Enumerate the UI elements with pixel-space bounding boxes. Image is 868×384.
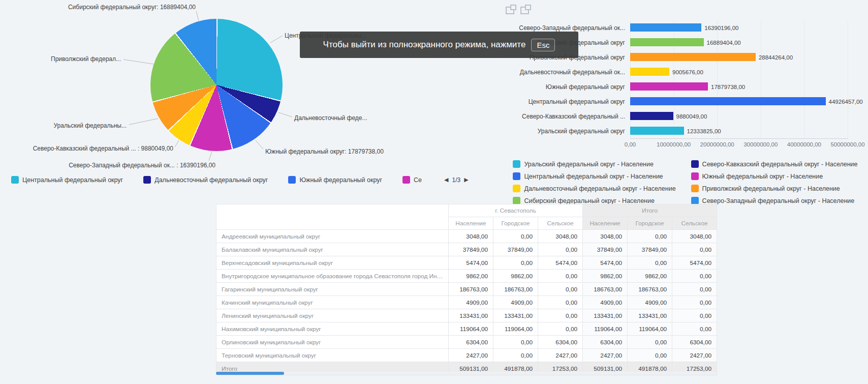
value-cell: 37849,00 [583,243,628,256]
value-cell: 0,00 [628,349,672,362]
legend-item: Дальневосточный федеральный округ - Насе… [513,185,675,192]
value-cell: 2427,00 [449,349,493,362]
bar-value-label: 9005676,00 [672,69,703,75]
bar[interactable] [630,97,826,105]
x-tick-label: 0,00 [625,141,636,147]
value-cell: 5474,00 [449,256,493,270]
legend-prev-icon[interactable]: ◀ [444,177,448,183]
value-cell: 0,00 [672,309,717,322]
table-row[interactable]: Верхнесадовский муниципальный округ5474,… [216,256,717,270]
value-cell: 0,00 [538,283,583,296]
bar-value-label: 9880049,00 [676,113,707,120]
legend-label: Южный федеральный округ - Население [702,173,823,180]
window-restore-icon-2[interactable] [520,7,529,14]
legend-item: Дальневосточный федеральный округ [143,176,268,184]
value-cell: 37849,00 [449,243,493,256]
table-row[interactable]: Балаклавский муниципальный округ37849,00… [216,243,717,256]
column-subheader: Население [583,217,628,230]
legend-swatch [513,197,520,204]
value-cell: 4909,00 [449,296,493,309]
bar-value-label: 12333825,00 [687,128,721,134]
value-cell: 4909,00 [628,296,672,309]
scrollbar-thumb[interactable] [216,372,284,375]
row-label: Качинский муниципальный округ [216,296,449,309]
bar[interactable] [630,127,684,135]
legend-next-icon[interactable]: ▶ [464,177,468,183]
bar-value-label: 16390196,00 [704,25,738,31]
legend-label: Дальневосточный федеральный округ - Насе… [524,185,675,192]
legend-label: Центральный федеральный округ - Населени… [524,173,663,180]
bar[interactable] [630,112,673,120]
value-cell: 3048,00 [538,230,583,243]
bar-area: 9880049,00 [630,109,848,124]
value-cell: 2427,00 [538,349,583,362]
value-cell: 4909,00 [583,296,628,309]
value-cell: 186763,00 [493,283,538,296]
bar-x-axis: 0,0010000000,0020000000,0030000000,00400… [630,141,848,150]
value-cell: 2427,00 [583,349,628,362]
legend-swatch [691,160,699,168]
row-label: Балаклавский муниципальный округ [216,243,449,256]
column-subheader: Население [449,217,493,230]
pivot-table-panel: г. СевастопольИтогоНаселениеГородскоеСел… [216,204,717,375]
value-cell: 6304,00 [672,336,717,349]
value-cell: 9862,00 [628,270,672,283]
value-cell: 119064,00 [628,322,672,336]
x-tick-label: 20000000,00 [700,141,734,147]
legend-item: Северо-Кавказский федеральный округ - На… [691,160,858,168]
window-restore-icon[interactable] [506,7,514,14]
bar[interactable] [630,68,669,76]
value-cell: 0,00 [672,322,717,336]
value-cell: 9862,00 [493,270,538,283]
value-cell: 5474,00 [583,256,628,270]
x-tick-label: 50000000,00 [830,141,864,147]
bar[interactable] [630,23,701,32]
bar-area: 44926457,00 [630,94,848,109]
legend-swatch [288,176,296,184]
value-cell: 9862,00 [449,270,493,283]
value-cell: 0,00 [628,336,672,349]
value-cell: 0,00 [493,336,538,349]
bar[interactable] [630,38,704,46]
value-cell: 0,00 [538,296,583,309]
legend-swatch [402,176,410,184]
value-cell: 0,00 [493,230,538,243]
horizontal-scrollbar[interactable] [216,372,717,375]
pie-callout-uralsky: Уральский федеральны... [54,122,127,129]
value-cell: 6304,00 [449,336,493,349]
legend-item: Уральский федеральный округ - Население [513,160,675,168]
table-row[interactable]: Терновский муниципальный округ2427,000,0… [216,349,717,362]
bar-value-label: 17879738,00 [711,84,745,90]
bar[interactable] [630,82,708,91]
bar-row: Уральский федеральный округ12333825,00 [503,124,868,138]
bar-chart-toolbar [506,5,529,14]
bar[interactable] [630,53,756,61]
bar-value-label: 44926457,00 [829,99,863,105]
value-cell: 0,00 [672,283,717,296]
legend-label: Дальневосточный федеральный округ [154,176,268,184]
pie-callout-yuzhny: Южный федеральный округ: 17879738,00 [265,148,384,155]
pie-graphic[interactable] [150,19,283,151]
table-row[interactable]: Внутригородское муниципальное образовани… [216,270,717,283]
table-row[interactable]: Нахимовский муниципальный округ119064,00… [216,322,717,336]
bar-area: 16889404,00 [630,35,848,50]
table-row[interactable]: Качинский муниципальный округ4909,004909… [216,296,717,309]
legend-swatch [691,172,699,180]
esc-key-badge: Esc [531,39,555,51]
legend-swatch [691,197,699,204]
toast-message: Чтобы выйти из полноэкранного режима, на… [323,40,526,50]
table-row[interactable]: Гагаринский муниципальный округ186763,00… [216,283,717,296]
bar-category-label: Северо-Западный федеральный ок... [503,24,630,32]
table-row[interactable]: Орлиновский муниципальный округ6304,000,… [216,336,717,349]
value-cell: 186763,00 [628,283,672,296]
table-row[interactable]: Андреевский муниципальный округ3048,000,… [216,230,717,243]
bar-row: Центральный федеральный округ44926457,00 [503,94,868,109]
legend-item: Южный федеральный округ - Население [691,172,858,180]
pie-legend-items: Центральный федеральный округДальневосто… [11,176,422,184]
x-tick-label: 40000000,00 [787,141,821,147]
bar-legend: Уральский федеральный округ - НаселениеС… [503,160,868,204]
table-row[interactable]: Ленинский муниципальный округ133431,0013… [216,309,717,322]
bar-area: 17879738,00 [630,79,848,94]
legend-swatch [513,185,520,192]
value-cell: 37849,00 [628,243,672,256]
